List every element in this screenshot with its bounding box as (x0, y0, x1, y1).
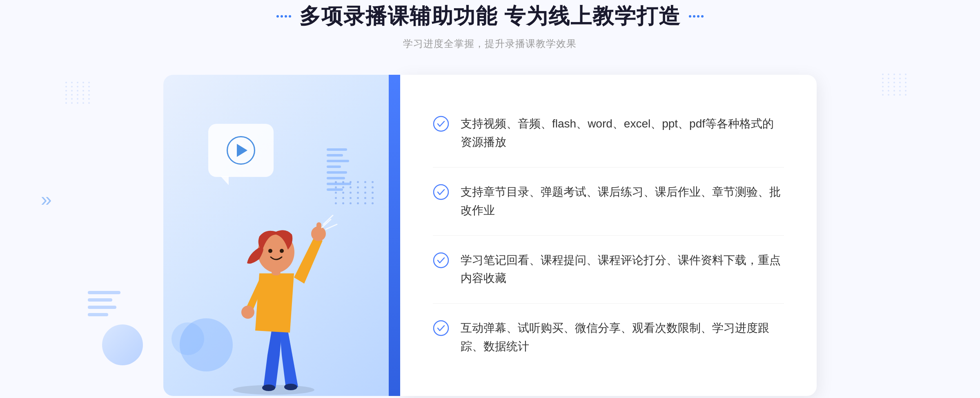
play-triangle (237, 144, 247, 157)
feature-text-1: 支持视频、音频、flash、word、excel、ppt、pdf等各种格式的资源… (461, 115, 784, 152)
feature-text-4: 互动弹幕、试听购买、微信分享、观看次数限制、学习进度跟踪、数据统计 (461, 319, 784, 356)
page-subtitle: 学习进度全掌握，提升录播课教学效果 (276, 37, 704, 50)
svg-point-16 (434, 321, 448, 335)
features-panel: 支持视频、音频、flash、word、excel、ppt、pdf等各种格式的资源… (400, 75, 817, 396)
check-circle-icon-2 (433, 184, 449, 200)
main-content: 支持视频、音频、flash、word、excel、ppt、pdf等各种格式的资源… (163, 75, 817, 396)
bottom-stripe-decoration (88, 291, 120, 316)
svg-point-2 (284, 384, 297, 390)
svg-point-5 (241, 306, 254, 319)
person-illustration (196, 183, 351, 396)
svg-line-10 (322, 219, 331, 228)
title-text: 多项录播课辅助功能 专为线上教学打造 (299, 2, 681, 31)
svg-rect-4 (316, 222, 321, 235)
svg-line-12 (323, 215, 333, 224)
check-circle-icon-3 (433, 252, 449, 268)
check-circle-icon-1 (433, 116, 449, 132)
bottom-circle-decoration (102, 324, 143, 365)
dots-decoration-left (65, 82, 98, 131)
page-title: 多项录播课辅助功能 专为线上教学打造 (276, 2, 704, 31)
feature-item-1: 支持视频、音频、flash、word、excel、ppt、pdf等各种格式的资源… (433, 99, 784, 168)
chevron-double-left-icon: » (41, 188, 52, 210)
page-container: » 多项录播课辅助功能 专为线上教学打造 学习进度全掌握，提升录播课教学效果 (0, 0, 980, 398)
accent-bar (389, 75, 400, 396)
play-icon (227, 136, 255, 165)
illustration-panel (163, 75, 400, 396)
check-circle-icon-4 (433, 320, 449, 336)
svg-point-1 (262, 385, 275, 391)
title-deco-left (276, 15, 291, 18)
header-section: 多项录播课辅助功能 专为线上教学打造 学习进度全掌握，提升录播课教学效果 (276, 2, 704, 50)
feature-item-2: 支持章节目录、弹题考试、课后练习、课后作业、章节测验、批改作业 (433, 168, 784, 236)
svg-line-11 (326, 224, 337, 229)
feature-item-3: 学习笔记回看、课程提问、课程评论打分、课件资料下载，重点内容收藏 (433, 236, 784, 304)
dots-decoration-right (882, 74, 915, 123)
feature-text-2: 支持章节目录、弹题考试、课后练习、课后作业、章节测验、批改作业 (461, 183, 784, 220)
feature-item-4: 互动弹幕、试听购买、微信分享、观看次数限制、学习进度跟踪、数据统计 (433, 304, 784, 371)
feature-text-3: 学习笔记回看、课程提问、课程评论打分、课件资料下载，重点内容收藏 (461, 251, 784, 288)
title-deco-right (689, 15, 704, 18)
svg-point-13 (434, 116, 448, 131)
svg-point-14 (434, 185, 448, 199)
svg-point-9 (280, 249, 284, 253)
play-bubble (208, 124, 274, 177)
svg-point-8 (268, 249, 272, 253)
svg-point-15 (434, 253, 448, 268)
